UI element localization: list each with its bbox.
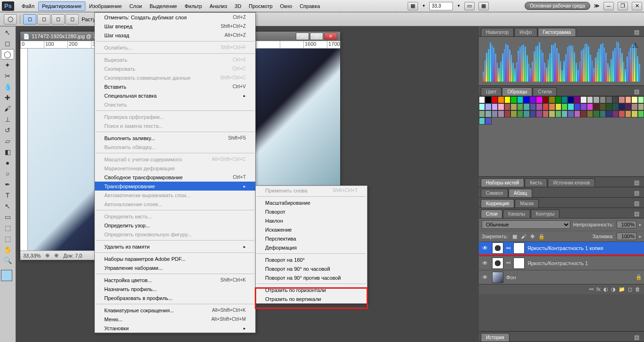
brush-tool-icon[interactable]: 🖌 bbox=[1, 103, 14, 114]
swatch[interactable] bbox=[510, 96, 517, 103]
layer-thumb[interactable] bbox=[492, 258, 503, 269]
swatch[interactable] bbox=[543, 110, 549, 117]
menu-item[interactable]: ВставитьCtrl+V bbox=[95, 82, 255, 91]
menu-изображение[interactable]: Изображение bbox=[85, 1, 125, 11]
swatch[interactable] bbox=[580, 110, 586, 117]
view-mode-arrow[interactable]: ▼ bbox=[422, 4, 426, 8]
swatch[interactable] bbox=[485, 103, 491, 110]
swatch[interactable] bbox=[612, 96, 619, 103]
panel-menu-icon[interactable]: ▤ bbox=[631, 189, 642, 197]
panel-menu-icon[interactable]: ▤ bbox=[631, 333, 642, 342]
swatches-grid[interactable] bbox=[479, 96, 644, 125]
swatch[interactable] bbox=[536, 96, 542, 103]
tab[interactable]: Гистограмма bbox=[538, 28, 577, 36]
swatch[interactable] bbox=[625, 110, 631, 117]
menu-item[interactable]: Наклон bbox=[256, 216, 367, 225]
swatch[interactable] bbox=[492, 103, 498, 110]
marquee-tool-icon[interactable]: ◻ bbox=[1, 38, 14, 49]
foreground-color[interactable] bbox=[1, 270, 12, 281]
swatch[interactable] bbox=[606, 96, 612, 103]
panel-menu-icon[interactable]: ▤ bbox=[631, 209, 642, 218]
warning-icon[interactable]: ⚠ bbox=[632, 42, 638, 49]
swatch[interactable] bbox=[517, 110, 523, 117]
menu-справка[interactable]: Справка bbox=[296, 1, 324, 11]
menu-выделение[interactable]: Выделение bbox=[146, 1, 181, 11]
selection-new-icon[interactable]: ◻ bbox=[23, 14, 36, 25]
hand-tool-icon[interactable]: ✋ bbox=[1, 244, 14, 255]
shape-tool-icon[interactable]: ▭ bbox=[1, 212, 14, 222]
swatch[interactable] bbox=[638, 110, 644, 117]
swatch[interactable] bbox=[492, 110, 498, 117]
lock-pixels-icon[interactable]: 🖌 bbox=[520, 233, 527, 240]
swatch[interactable] bbox=[536, 110, 542, 117]
swatch[interactable] bbox=[600, 103, 606, 110]
panel-menu-icon[interactable]: ▤ bbox=[631, 87, 642, 96]
menu-слои[interactable]: Слои bbox=[125, 1, 146, 11]
zoom-arrow[interactable]: ▼ bbox=[457, 4, 460, 8]
layer-mask-icon[interactable]: ◐ bbox=[603, 286, 608, 292]
tab-history[interactable]: История bbox=[481, 333, 510, 342]
layer-thumb[interactable] bbox=[492, 272, 503, 283]
menu-item[interactable]: Выполнить заливку...Shift+F5 bbox=[95, 133, 255, 142]
layer-mask-thumb[interactable] bbox=[513, 258, 525, 269]
swatch[interactable] bbox=[523, 110, 529, 117]
eraser-tool-icon[interactable]: ▱ bbox=[1, 136, 14, 146]
swatch[interactable] bbox=[638, 103, 644, 110]
menu-item[interactable]: Отразить по горизонтали bbox=[256, 285, 367, 294]
workspace-more-icon[interactable]: ≫ bbox=[594, 3, 600, 9]
blur-tool-icon[interactable]: ● bbox=[1, 158, 14, 168]
swatch[interactable] bbox=[517, 103, 523, 110]
swatch[interactable] bbox=[479, 96, 485, 103]
wand-tool-icon[interactable]: ✦ bbox=[1, 60, 14, 70]
menu-item[interactable]: Трансформирование▸ bbox=[95, 182, 255, 191]
doc-maximize-icon[interactable]: ◻ bbox=[310, 33, 323, 40]
menu-item[interactable]: Установки▸ bbox=[95, 324, 255, 333]
lock-all-icon[interactable]: 🔒 bbox=[538, 233, 545, 240]
tab[interactable]: Цвет bbox=[481, 87, 502, 96]
swatch[interactable] bbox=[574, 103, 580, 110]
menu-item[interactable]: Масштабирование bbox=[256, 198, 367, 207]
swatch[interactable] bbox=[536, 103, 542, 110]
menu-item[interactable]: Поворот bbox=[256, 207, 367, 216]
swatch[interactable] bbox=[498, 110, 504, 117]
fill-input[interactable] bbox=[617, 233, 636, 240]
3d-tool-icon[interactable]: ⬚ bbox=[1, 223, 14, 233]
tab[interactable]: Стили bbox=[533, 87, 557, 96]
menu-item[interactable]: Поворот на 180° bbox=[256, 255, 367, 264]
swatch[interactable] bbox=[568, 110, 574, 117]
swatch[interactable] bbox=[574, 110, 580, 117]
tab[interactable]: Кисть bbox=[525, 178, 547, 187]
menu-item[interactable]: Перспектива bbox=[256, 234, 367, 243]
history-brush-icon[interactable]: ↺ bbox=[1, 125, 14, 135]
zoom-input[interactable]: 33,3 bbox=[429, 2, 453, 10]
swatch[interactable] bbox=[485, 117, 491, 125]
stamp-tool-icon[interactable]: ⊥ bbox=[1, 114, 14, 125]
swatch[interactable] bbox=[619, 110, 625, 117]
swatch[interactable] bbox=[485, 110, 491, 117]
tab[interactable]: Навигатор bbox=[481, 28, 514, 36]
layer-row[interactable]: 👁⚯Яркость/Контрастность 1 копия bbox=[479, 242, 644, 256]
swatch[interactable] bbox=[638, 96, 644, 103]
visibility-icon[interactable]: 👁 bbox=[481, 260, 489, 267]
swatch[interactable] bbox=[568, 96, 574, 103]
swatch[interactable] bbox=[593, 96, 599, 103]
layer-row[interactable]: 👁⚯Яркость/Контрастность 1 bbox=[479, 256, 644, 270]
menu-анализ[interactable]: Анализ bbox=[206, 1, 231, 11]
swatch[interactable] bbox=[530, 110, 536, 117]
swatch[interactable] bbox=[631, 96, 637, 103]
swatch[interactable] bbox=[587, 103, 593, 110]
panel-menu-icon[interactable]: ▤ bbox=[631, 199, 642, 208]
tab[interactable]: Символ bbox=[481, 189, 508, 197]
layer-name[interactable]: Фон bbox=[506, 275, 633, 280]
swatch[interactable] bbox=[631, 110, 637, 117]
layer-name[interactable]: Яркость/Контрастность 1 копия bbox=[527, 245, 642, 251]
selection-add-icon[interactable]: ◻ bbox=[37, 14, 50, 25]
move-tool-icon[interactable]: ↖ bbox=[1, 27, 14, 38]
layer-name[interactable]: Яркость/Контрастность 1 bbox=[527, 260, 642, 266]
swatch[interactable] bbox=[543, 96, 549, 103]
doc-minimize-icon[interactable]: ─ bbox=[296, 33, 309, 40]
swatch[interactable] bbox=[555, 110, 561, 117]
swatch[interactable] bbox=[510, 110, 517, 117]
menu-item[interactable]: Настройка цветов...Shift+Ctrl+K bbox=[95, 275, 255, 284]
selection-intersect-icon[interactable]: ◻ bbox=[66, 14, 79, 25]
